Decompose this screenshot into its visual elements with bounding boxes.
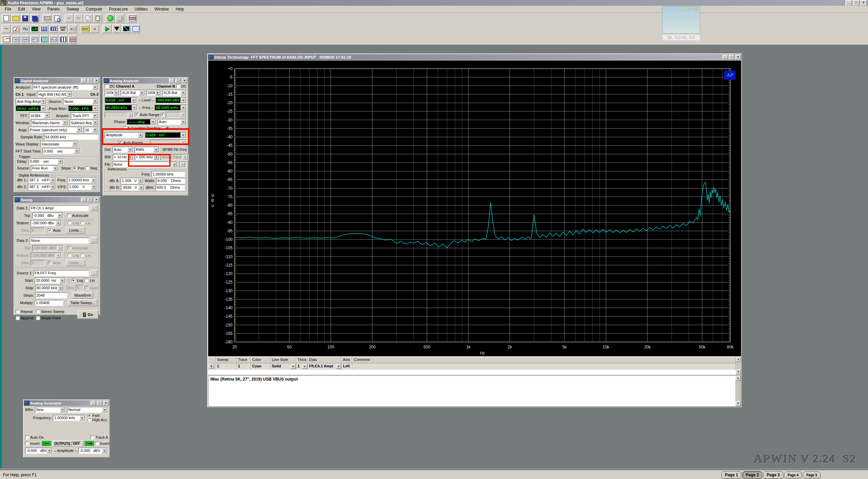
undo-button[interactable]: ↩ bbox=[65, 14, 74, 23]
close-icon[interactable]: × bbox=[735, 55, 741, 60]
range-a-select[interactable]: 100k bbox=[105, 90, 120, 96]
analyzer-select[interactable]: FFT spectrum analyzer (fft) bbox=[32, 84, 99, 90]
menu-edit[interactable]: Edit bbox=[15, 7, 28, 12]
digital-generator-button[interactable]: ⊓⊔ bbox=[21, 24, 30, 33]
chevron-down-icon[interactable] bbox=[150, 119, 156, 124]
dbr2-field[interactable]: 387.3 mFFS bbox=[28, 184, 56, 190]
graph-panel-button[interactable] bbox=[122, 24, 131, 33]
high-acc-radio[interactable] bbox=[87, 418, 91, 422]
table-scrollbar[interactable]: ▲ ▼ bbox=[736, 357, 741, 374]
analog-generator-button[interactable]: ~ bbox=[2, 24, 11, 33]
auto-divs1-checkbox[interactable] bbox=[48, 228, 52, 232]
page-tab-page-4[interactable]: Page 4 bbox=[784, 472, 802, 478]
function-select[interactable]: Amplitude bbox=[105, 132, 144, 138]
lin1-radio[interactable] bbox=[80, 221, 84, 225]
chevron-down-icon[interactable] bbox=[302, 364, 307, 369]
slope-pos-radio[interactable] bbox=[73, 166, 77, 170]
minimize-icon[interactable]: _ bbox=[722, 55, 728, 60]
log2-radio[interactable] bbox=[67, 253, 71, 257]
maximize-icon[interactable]: □ bbox=[87, 78, 93, 83]
new-file-button[interactable] bbox=[2, 14, 11, 23]
monitor-on-button[interactable] bbox=[106, 14, 115, 23]
vfs-field[interactable]: 1.000 V bbox=[68, 184, 97, 190]
detector-select[interactable]: Auto bbox=[112, 146, 133, 153]
range-b-select[interactable]: 100k bbox=[146, 90, 161, 96]
avgs-count-select[interactable]: 16 bbox=[84, 127, 99, 133]
procedure-list-button[interactable] bbox=[68, 35, 77, 44]
cut-button[interactable]: ✂ bbox=[74, 14, 83, 23]
spectrum-test-button[interactable] bbox=[40, 35, 49, 44]
menu-sweep[interactable]: Sweep bbox=[63, 7, 83, 12]
open-file-button[interactable] bbox=[11, 14, 20, 23]
data1-field[interactable]: Fft.Ch.1 Ampl bbox=[29, 205, 89, 211]
bitstream-test-button[interactable] bbox=[59, 35, 68, 44]
comment-text[interactable]: iMac (Retina 5K, 27", 2019) USB VBUS out… bbox=[209, 376, 735, 406]
sample-rate-field[interactable]: 54.0000 kHz bbox=[44, 134, 99, 140]
input-a-select[interactable]: XLR-Bal bbox=[121, 90, 145, 96]
maximize-icon[interactable]: □ bbox=[729, 55, 734, 60]
invert-a-checkbox[interactable] bbox=[25, 441, 29, 446]
dbr-b-field[interactable]: .9936 V bbox=[121, 184, 145, 191]
menu-help[interactable]: Help bbox=[172, 7, 188, 12]
chevron-down-icon[interactable] bbox=[132, 105, 137, 110]
slope-neg-radio[interactable] bbox=[85, 166, 89, 170]
page-tab-page-5[interactable]: Page 5 bbox=[803, 472, 821, 478]
amplitude-a-field[interactable]: -0.000 dBV bbox=[25, 448, 53, 454]
input-select[interactable]: High BW (4x) A/D bbox=[37, 91, 73, 97]
waveform-select[interactable]: Sine bbox=[35, 407, 66, 413]
scroll-up-icon[interactable]: ▲ bbox=[736, 357, 741, 362]
minimize-icon[interactable]: _ bbox=[81, 78, 86, 83]
lin2-radio[interactable] bbox=[80, 253, 84, 257]
maximize-icon[interactable]: □ bbox=[87, 198, 93, 202]
menu-file[interactable]: File bbox=[1, 7, 15, 12]
auto-range-a-checkbox[interactable] bbox=[135, 113, 139, 117]
divs3-field[interactable]: 5 bbox=[76, 285, 84, 291]
ch2-function-select[interactable]: None bbox=[63, 98, 99, 105]
bottom1-field[interactable]: -160.000 dBu bbox=[30, 220, 62, 226]
switcher-button[interactable]: -∕- bbox=[90, 24, 99, 33]
top1-field[interactable]: -0.000 dBu bbox=[32, 212, 63, 219]
table-cell[interactable]: Solid bbox=[270, 363, 296, 370]
delete-trace-button[interactable]: x bbox=[209, 364, 214, 369]
paste-button[interactable] bbox=[93, 14, 102, 23]
fft-test-button[interactable]: FFT bbox=[30, 35, 39, 44]
maximize-icon[interactable]: □ bbox=[853, 0, 860, 6]
mls-test-button[interactable]: MLS bbox=[49, 35, 58, 44]
dbm-field[interactable]: 600.0 Ohms bbox=[155, 184, 185, 191]
limits1-button[interactable]: Limits... bbox=[66, 227, 85, 234]
digital-pattern-button[interactable] bbox=[49, 24, 58, 33]
range-2-select[interactable] bbox=[150, 139, 187, 146]
multiply-field[interactable]: 1.00406 bbox=[35, 300, 63, 306]
menu-window[interactable]: Window bbox=[151, 7, 172, 12]
subtract-avg-select[interactable]: Subtract Avg bbox=[69, 119, 99, 126]
bottom2-field[interactable]: -150.000 dBV bbox=[30, 252, 62, 259]
bw-low-select[interactable]: < 10 Hz bbox=[113, 154, 134, 160]
data1-browse-button[interactable]: ... bbox=[90, 205, 97, 211]
digital-analyzer-button[interactable]: 1.99 bbox=[30, 24, 39, 33]
lin3-radio[interactable] bbox=[84, 278, 88, 282]
close-icon[interactable]: × bbox=[860, 0, 867, 6]
digital-io-button[interactable] bbox=[40, 24, 49, 33]
auto-divs3-checkbox[interactable] bbox=[85, 286, 89, 290]
input-b-select[interactable]: XLR-Bal bbox=[162, 90, 187, 96]
waveform-button[interactable]: Waveform bbox=[72, 292, 93, 299]
window-select[interactable]: Blackman-Harris bbox=[31, 119, 68, 126]
generator-freq-field[interactable]: 1.00000 kHz bbox=[53, 415, 86, 421]
fft-size-select[interactable]: 16384 bbox=[29, 112, 50, 119]
track-a-checkbox[interactable] bbox=[90, 435, 94, 439]
detector-mode-select[interactable]: RMS bbox=[134, 146, 159, 153]
minimize-icon[interactable]: _ bbox=[845, 0, 852, 6]
sweep-stop-button[interactable] bbox=[112, 24, 121, 33]
chevron-down-icon[interactable] bbox=[290, 364, 296, 369]
comment-scrollbar[interactable]: ▲ ▼ bbox=[735, 376, 741, 406]
dbr-a-field[interactable]: 1.009 V bbox=[121, 178, 144, 184]
headphone-monitor-button[interactable]: ◄)) bbox=[68, 24, 77, 33]
bw-high-select[interactable]: > 500 kHz bbox=[135, 154, 160, 160]
menu-procedure[interactable]: Procedure bbox=[106, 7, 131, 12]
snr-test-button[interactable]: SNR bbox=[21, 35, 30, 44]
chevron-down-icon[interactable] bbox=[180, 105, 186, 110]
save-button[interactable] bbox=[21, 14, 30, 23]
sweep-go-button[interactable] bbox=[103, 24, 112, 33]
dbr1-field[interactable]: 387.3 mFFS bbox=[28, 177, 56, 183]
filter-select[interactable]: None bbox=[112, 161, 178, 168]
